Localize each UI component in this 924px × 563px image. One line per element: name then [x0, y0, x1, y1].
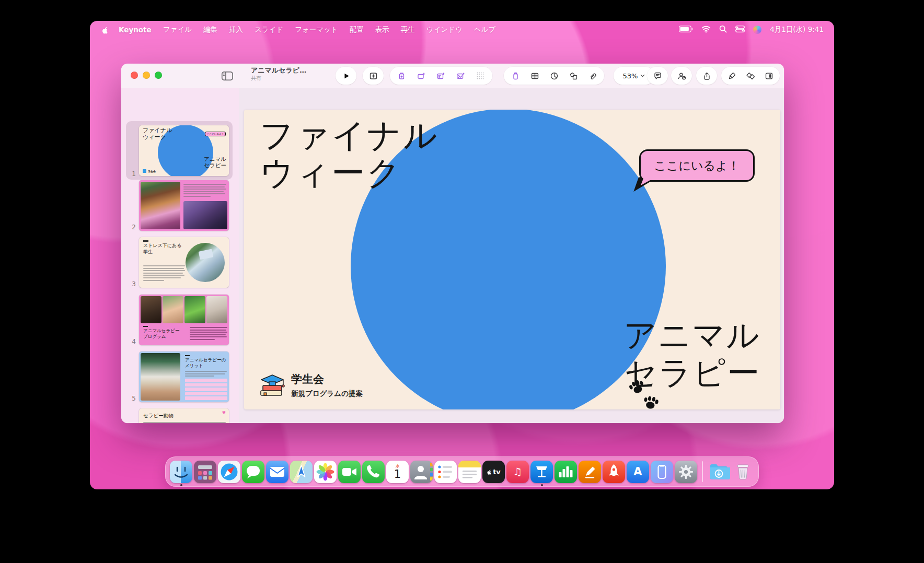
comment-pill — [647, 67, 668, 85]
attachment-icon[interactable] — [585, 68, 600, 84]
collaborate-icon[interactable] — [674, 68, 689, 84]
slide-navigator: 1 ファイナルウィーク ここにいるよ！ アニマルセラピー 学生会 2 — [121, 88, 239, 423]
zoom-level-value: 53% — [623, 72, 638, 80]
menu-app-name[interactable]: Keynote — [119, 26, 152, 34]
add-slide-icon[interactable] — [365, 68, 381, 84]
collaborate-pill — [671, 67, 692, 85]
window-title-block: アニマルセラピ… 共有 — [251, 67, 306, 81]
dock-downloads-icon[interactable] — [708, 461, 730, 483]
dock-photos-icon[interactable] — [314, 461, 337, 483]
dock-tv-icon[interactable]: tv — [482, 461, 505, 483]
slide-title[interactable]: ファイナルウィーク — [260, 117, 439, 192]
dock-finder-icon[interactable] — [170, 461, 192, 483]
share-pill — [696, 67, 717, 85]
play-icon[interactable] — [338, 68, 354, 84]
desktop-wallpaper: Keynote ファイル 編集 挿入 スライド フォーマット 配置 表示 再生 … — [90, 21, 834, 489]
dock-reminders-icon[interactable] — [434, 461, 457, 483]
add-slide-pill — [363, 67, 384, 85]
document-icon[interactable] — [761, 68, 777, 84]
menu-slide[interactable]: スライド — [255, 25, 283, 34]
dock-launchpad-icon[interactable] — [194, 461, 216, 483]
menu-view[interactable]: 表示 — [375, 25, 389, 34]
slide-thumbnail-1[interactable]: ファイナルウィーク ここにいるよ！ アニマルセラピー 学生会 — [139, 125, 229, 176]
slide-thumbnail-5[interactable]: アニマルセラピーのメリット — [139, 351, 229, 402]
shape-icon[interactable] — [565, 68, 581, 84]
siri-icon[interactable] — [753, 26, 761, 34]
media-icon[interactable] — [507, 68, 523, 84]
dock-facetime-icon[interactable] — [338, 461, 361, 483]
dock-settings-icon[interactable] — [675, 461, 697, 483]
dock-app-store-icon[interactable]: A — [627, 461, 649, 483]
menu-clock[interactable]: 4月1日(水) 9:41 — [770, 25, 824, 34]
dock-contacts-icon[interactable] — [410, 461, 433, 483]
thumb2-photo-cat-lap — [183, 201, 227, 229]
zoom-button[interactable] — [155, 72, 162, 79]
slide-thumbnail-6[interactable]: ♥ セラピー動物 マルセラ アンジュガータ ピーチー — [139, 408, 229, 423]
share-icon[interactable] — [699, 68, 714, 84]
thumb5-kicker — [185, 355, 190, 356]
search-icon[interactable] — [719, 25, 727, 34]
chart-icon[interactable] — [546, 68, 562, 84]
menu-edit[interactable]: 編集 — [203, 25, 217, 34]
dock-mail-icon[interactable] — [266, 461, 288, 483]
menu-arrange[interactable]: 配置 — [350, 25, 364, 34]
dock-trash-icon[interactable] — [732, 461, 754, 483]
magic-new-slide-icon[interactable] — [413, 68, 429, 84]
table-icon[interactable] — [527, 68, 542, 84]
menu-play[interactable]: 再生 — [401, 25, 415, 34]
thumb1-logo-icon — [143, 169, 146, 173]
dock-music-icon[interactable]: ♫ — [506, 461, 529, 483]
slide-thumbnail-2[interactable] — [139, 180, 229, 231]
dock-notes-icon[interactable] — [458, 461, 481, 483]
close-button[interactable] — [131, 72, 138, 79]
thumb4-photo-rabbit — [206, 296, 227, 323]
menu-help[interactable]: ヘルプ — [474, 25, 495, 34]
magic-style-icon[interactable] — [394, 68, 410, 84]
grid-icon[interactable] — [472, 68, 488, 84]
thumb4-kicker — [143, 326, 148, 327]
slide-number: 4 — [128, 338, 136, 345]
slide-thumbnail-3[interactable]: ストレス下にある学生 — [139, 237, 229, 288]
inspector-pill — [721, 67, 780, 85]
dock-safari-icon[interactable] — [218, 461, 240, 483]
dock-keynote-icon[interactable] — [530, 461, 553, 483]
magic-layout-icon[interactable] — [433, 68, 449, 84]
slide-thumbnail-4[interactable]: アニマルセラピープログラム — [139, 295, 229, 345]
magic-image-icon[interactable] — [453, 68, 469, 84]
dock-maps-icon[interactable] — [290, 461, 313, 483]
menu-insert[interactable]: 挿入 — [229, 25, 243, 34]
comment-icon[interactable] — [650, 68, 665, 84]
current-slide[interactable]: ファイナルウィーク ここにいるよ！ アニマルセラピー — [244, 110, 780, 409]
apple-menu-icon[interactable] — [101, 26, 109, 34]
thumb2-photo-girl-cat — [141, 182, 180, 229]
minimize-button[interactable] — [143, 72, 150, 79]
menu-window[interactable]: ウインドウ — [426, 25, 463, 34]
animate-icon[interactable] — [743, 68, 758, 84]
window-toolbar: アニマルセラピ… 共有 — [121, 64, 784, 88]
dock-messages-icon[interactable] — [242, 461, 264, 483]
dock-phone-icon[interactable] — [362, 461, 385, 483]
format-icon[interactable] — [724, 68, 740, 84]
thumb5-benefit-rows — [185, 379, 227, 400]
battery-icon[interactable] — [679, 26, 693, 34]
thumb1-title: ファイナルウィーク — [143, 127, 172, 141]
dock-pages-icon[interactable] — [579, 461, 601, 483]
wifi-icon[interactable] — [701, 26, 711, 34]
zoom-level-control[interactable]: 53% — [623, 72, 645, 80]
speech-bubble[interactable]: ここにいるよ！ — [639, 149, 755, 182]
slide-footer[interactable]: 学生会 新規プログラムの提案 — [259, 371, 363, 399]
menu-file[interactable]: ファイル — [163, 25, 192, 34]
thumb5-title: アニマルセラピーのメリット — [185, 357, 226, 369]
chevron-down-icon — [640, 74, 645, 77]
dock-calendar-icon[interactable]: 水 1 — [386, 461, 409, 483]
thumb3-text — [143, 265, 185, 282]
document-title[interactable]: アニマルセラピ… — [251, 67, 306, 74]
control-center-icon[interactable] — [735, 26, 745, 34]
dock-numbers-icon[interactable] — [555, 461, 577, 483]
menu-format[interactable]: フォーマット — [295, 25, 338, 34]
thumb1-subtitle: アニマルセラピー — [204, 156, 226, 169]
dock-games-icon[interactable] — [603, 461, 625, 483]
magic-tools-pill — [390, 67, 492, 85]
dock-iphone-mirroring-icon[interactable] — [651, 461, 673, 483]
sidebar-toggle-icon[interactable] — [220, 68, 235, 84]
